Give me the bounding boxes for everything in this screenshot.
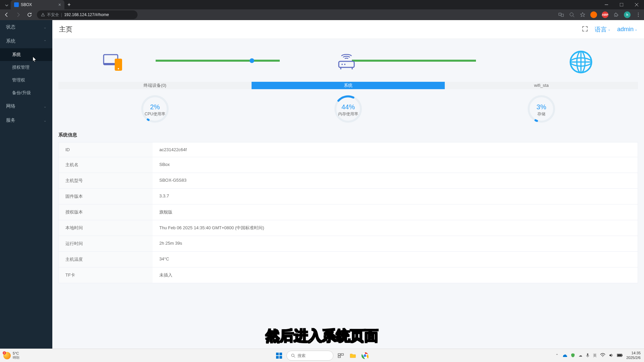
info-key: 主机名 <box>59 157 153 173</box>
info-val: SBOX-G5S83 <box>153 173 638 188</box>
info-key: 本地时间 <box>59 220 153 236</box>
sidebar-sub-label: 管理权 <box>12 77 25 82</box>
forward-button[interactable] <box>14 11 22 19</box>
topology-node-system[interactable] <box>335 52 358 72</box>
chrome-menu-icon[interactable] <box>635 12 641 18</box>
topology-link-right <box>352 60 476 62</box>
gauge-value: 3% <box>526 103 556 111</box>
svg-rect-29 <box>276 356 279 359</box>
svg-rect-14 <box>339 61 354 67</box>
fullscreen-icon[interactable] <box>582 26 588 33</box>
weather-temp: 5°C <box>13 351 19 355</box>
info-key: 主机型号 <box>59 173 153 188</box>
taskbar-search[interactable] <box>286 351 333 361</box>
chevron-down-icon: ⌄ <box>608 27 610 31</box>
topology-label-wifi[interactable]: wifi_sta <box>445 82 638 89</box>
wifi-icon[interactable] <box>600 353 605 358</box>
mic-icon[interactable] <box>586 353 590 358</box>
info-row: 主机名SBox <box>59 157 638 173</box>
sidebar-sub-admin[interactable]: 管理权 <box>0 74 52 86</box>
topology-label-terminal[interactable]: 终端设备(0) <box>58 82 252 89</box>
explorer-icon[interactable] <box>348 351 358 360</box>
svg-rect-28 <box>279 353 282 355</box>
info-key: 主机温度 <box>59 252 153 267</box>
security-icon[interactable] <box>571 353 575 358</box>
svg-line-32 <box>294 356 295 358</box>
sidebar-item-system[interactable]: 系统 ⌃ <box>0 34 52 48</box>
gauge-label: 存储 <box>526 111 556 117</box>
chrome-icon[interactable] <box>360 351 370 360</box>
devices-icon <box>102 52 125 72</box>
system-info-table: IDac231422c64f 主机名SBox 主机型号SBOX-G5S83 固件… <box>58 142 638 283</box>
chevron-down-icon: ⌄ <box>44 25 46 29</box>
language-dropdown[interactable]: 语言 ⌄ <box>595 25 610 34</box>
tab-close-button[interactable]: × <box>58 2 61 7</box>
svg-point-31 <box>291 354 294 357</box>
translate-icon[interactable] <box>558 12 564 18</box>
user-dropdown[interactable]: admin ⌄ <box>617 26 637 33</box>
info-key: 固件版本 <box>59 189 153 204</box>
taskbar-search-input[interactable] <box>298 353 328 358</box>
sidebar-item-services[interactable]: 服务 ⌄ <box>0 113 52 127</box>
minimize-button[interactable] <box>599 0 614 9</box>
svg-rect-33 <box>338 354 340 355</box>
info-row: 主机型号SBOX-G5S83 <box>59 173 638 189</box>
abp-extension[interactable]: ABP <box>602 11 608 18</box>
svg-point-16 <box>344 64 345 65</box>
new-tab-button[interactable]: + <box>64 0 74 9</box>
back-button[interactable] <box>3 11 11 19</box>
insecure-label: 不安全 <box>47 12 59 18</box>
reload-button[interactable] <box>25 11 34 19</box>
cloud-icon[interactable]: ☁ <box>579 353 582 358</box>
topology-label-system[interactable]: 系统 <box>252 82 445 89</box>
url-text: 192.168.124.127/#/home <box>64 12 109 17</box>
svg-point-37 <box>364 354 366 357</box>
browser-chrome: SBOX × + 不安全 | 192. <box>0 0 644 20</box>
chevron-down-icon: ⌄ <box>44 119 46 122</box>
info-val: 34°C <box>153 252 638 267</box>
taskbar-weather[interactable]: 1 5°C 晴朗 <box>3 351 19 360</box>
topology-node-terminal[interactable] <box>102 52 125 72</box>
user-label: admin <box>617 26 634 33</box>
ime-indicator[interactable]: 英 <box>593 353 597 358</box>
video-subtitle: 然后进入系统页面 <box>266 326 378 345</box>
tray-clock[interactable]: 14:35 2025/2/6 <box>626 351 641 360</box>
sidebar-sub-license[interactable]: 授权管理 <box>0 61 52 74</box>
tab-favicon <box>14 2 19 7</box>
bookmark-icon[interactable] <box>580 12 586 18</box>
tray-expand-icon[interactable]: ⌃ <box>555 353 558 358</box>
tab-list-dropdown[interactable] <box>3 1 11 9</box>
topology-node-wifi[interactable] <box>568 50 594 74</box>
sidebar-item-network[interactable]: 网络 ⌄ <box>0 99 52 113</box>
onedrive-icon[interactable] <box>562 353 567 359</box>
battery-icon[interactable] <box>617 354 623 358</box>
tray-time-text: 14:35 <box>626 351 641 355</box>
app-root: 状态 ⌄ 系统 ⌃ 系统 授权管理 管理权 备份/升级 网络 ⌄ 服务 ⌄ 主页 <box>0 20 644 349</box>
info-val: 未插入 <box>153 267 638 283</box>
info-key: 运行时间 <box>59 236 153 251</box>
browser-tab[interactable]: SBOX × <box>11 0 64 9</box>
volume-icon[interactable] <box>609 353 613 358</box>
task-view-icon[interactable] <box>336 351 345 360</box>
maximize-button[interactable] <box>614 0 629 9</box>
sidebar-sub-system[interactable]: 系统 <box>0 48 52 61</box>
insecure-icon <box>41 13 45 17</box>
close-window-button[interactable] <box>629 0 644 9</box>
extensions-icon[interactable] <box>613 12 619 18</box>
svg-rect-3 <box>559 13 561 15</box>
search-icon <box>291 353 296 358</box>
zoom-icon[interactable] <box>569 12 575 18</box>
sidebar-sub-backup[interactable]: 备份/升级 <box>0 86 52 99</box>
svg-rect-40 <box>618 354 622 356</box>
weather-icon: 1 <box>3 352 11 359</box>
sidebar-item-status[interactable]: 状态 ⌄ <box>0 20 52 34</box>
language-label: 语言 <box>595 25 607 34</box>
tab-bar: SBOX × + <box>0 0 644 9</box>
address-field[interactable]: 不安全 | 192.168.124.127/#/home <box>37 10 138 19</box>
addr-right-icons: ABP h <box>558 11 641 18</box>
svg-rect-38 <box>587 353 588 356</box>
profile-avatar[interactable]: h <box>624 11 631 18</box>
extension-orange[interactable] <box>590 11 597 18</box>
start-button[interactable] <box>274 351 284 360</box>
system-tray: ⌃ ☁ 英 14:35 2025/2/6 <box>555 351 641 360</box>
